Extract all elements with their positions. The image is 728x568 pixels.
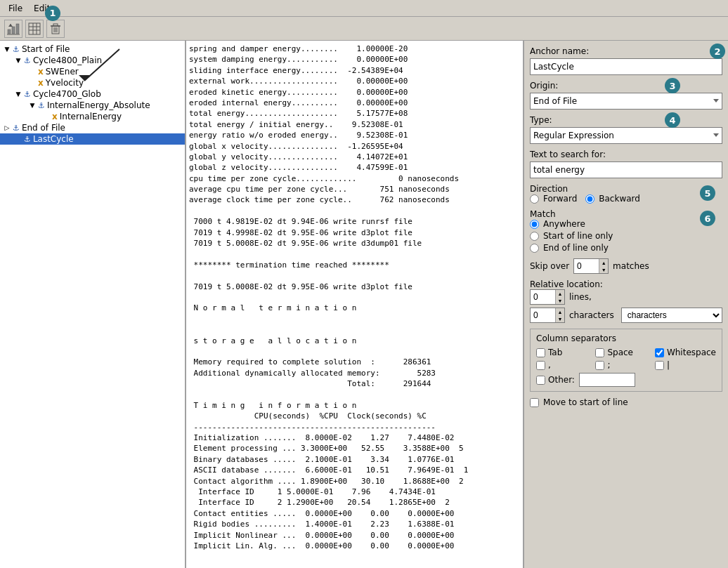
col-other-checkbox[interactable] [536, 376, 545, 385]
tree-label: Cycle4700_Glob [33, 89, 101, 99]
tree-item-yvelocity[interactable]: ▷ x Yvelocity [0, 77, 185, 88]
tree-label: SWEner [46, 67, 79, 77]
relative-label: Relative location: [530, 279, 603, 289]
relative-chars-label: characters [569, 310, 614, 320]
relative-chars-down-btn[interactable]: ▼ [555, 315, 564, 322]
match-anywhere-label[interactable]: Anywhere [530, 219, 722, 229]
table-button[interactable] [25, 20, 44, 38]
tree-label: Yvelocity [46, 78, 84, 88]
chart-button[interactable] [4, 20, 22, 38]
relative-lines-wrap: ▲ ▼ [530, 289, 565, 305]
anchor-icon: ⚓ [13, 124, 20, 133]
direction-forward-radio[interactable] [530, 194, 539, 204]
badge-2: 2 [710, 44, 725, 59]
anchor-name-input[interactable] [530, 58, 722, 75]
tree-item-end-of-file[interactable]: ▷ ⚓ End of File [0, 122, 185, 133]
col-pipe-text: | [667, 360, 670, 370]
move-start-text: Move to start of line [543, 397, 628, 407]
col-tab-label[interactable]: Tab [536, 348, 590, 357]
anchor-name-label: Anchor name: [530, 46, 722, 56]
match-anywhere-radio[interactable] [530, 220, 539, 229]
match-label: Match [530, 209, 556, 219]
direction-backward-radio[interactable] [585, 194, 594, 204]
relative-lines-spinners: ▲ ▼ [555, 290, 564, 304]
col-semicolon-checkbox[interactable] [595, 361, 604, 370]
tree-item-last-cycle[interactable]: ▷ ⚓ LastCycle [0, 133, 185, 145]
col-space-checkbox[interactable] [595, 348, 604, 357]
direction-group: Direction Forward Backward [530, 184, 722, 204]
origin-label: Origin: [530, 81, 722, 91]
badge-6: 6 [700, 211, 715, 226]
skip-spinners: ▲ ▼ [599, 259, 608, 273]
col-tab-text: Tab [548, 348, 562, 357]
var-icon: x [38, 78, 44, 88]
tree-toggle[interactable]: ▼ [3, 45, 11, 53]
direction-forward-label[interactable]: Forward [530, 194, 577, 204]
col-comma-checkbox[interactable] [536, 361, 545, 370]
match-end-label[interactable]: End of line only [530, 243, 722, 253]
content-area[interactable]: spring and damper energy........ 1.00000… [186, 41, 524, 568]
relative-chars-up-btn[interactable]: ▲ [555, 308, 564, 315]
tree-toggle[interactable]: ▷ [3, 124, 11, 132]
relative-lines-up-btn[interactable]: ▲ [555, 290, 564, 297]
type-select[interactable]: Regular ExpressionLiteral StringWildcard [530, 127, 722, 144]
menu-file[interactable]: File [3, 2, 28, 15]
direction-backward-label[interactable]: Backward [585, 194, 640, 204]
tree-item-cycle4800[interactable]: ▼ ⚓ Cycle4800_Plain [0, 55, 185, 66]
col-other-input[interactable] [579, 373, 635, 387]
col-tab-checkbox[interactable] [536, 348, 545, 357]
tree-item-swener[interactable]: ▷ x SWEner [0, 66, 185, 77]
file-tree: ▼ ⚓ Start of File ▼ ⚓ Cycle4800_Plain ▷ … [0, 41, 186, 568]
relative-chars-wrap: ▲ ▼ [530, 308, 565, 323]
tree-label: InternalEnergy_Absolute [47, 100, 150, 110]
skip-up-btn[interactable]: ▲ [599, 259, 608, 266]
move-start-checkbox[interactable] [530, 398, 539, 407]
match-end-text: End of line only [543, 243, 609, 253]
col-other-label[interactable]: Other: [536, 375, 575, 385]
skip-down-btn[interactable]: ▼ [599, 266, 608, 273]
tree-item-internal-energy-var[interactable]: ▷ x InternalEnergy [0, 111, 185, 122]
tree-item-start-of-file[interactable]: ▼ ⚓ Start of File [0, 44, 185, 55]
match-end-radio[interactable] [530, 244, 539, 253]
delete-button[interactable] [46, 20, 65, 38]
match-start-radio[interactable] [530, 232, 539, 241]
relative-lines-row: ▲ ▼ lines, [530, 289, 722, 305]
col-whitespace-label[interactable]: Whitespace [655, 348, 716, 357]
relative-section: Relative location: ▲ ▼ lines, ▲ ▼ [530, 279, 722, 323]
relative-chars-select[interactable]: characters [621, 308, 722, 323]
tree-toggle[interactable]: ▼ [14, 90, 22, 98]
table-icon [28, 22, 41, 35]
direction-row: Forward Backward [530, 194, 722, 204]
col-pipe-label[interactable]: | [655, 360, 716, 370]
toolbar [0, 17, 728, 41]
tree-toggle[interactable]: ▼ [14, 56, 22, 65]
tree-toggle[interactable]: ▼ [28, 101, 37, 110]
tree-item-cycle4700[interactable]: ▼ ⚓ Cycle4700_Glob [0, 88, 185, 100]
search-input[interactable] [530, 161, 722, 178]
trash-icon [49, 22, 62, 35]
col-pipe-checkbox[interactable] [655, 361, 664, 370]
match-start-label[interactable]: Start of line only [530, 231, 722, 241]
match-options: Anywhere Start of line only End of line … [530, 219, 722, 253]
move-row: Move to start of line [530, 397, 722, 407]
relative-lines-down-btn[interactable]: ▼ [555, 297, 564, 304]
col-space-text: Space [607, 348, 633, 357]
badge-3: 3 [665, 78, 680, 93]
relative-chars-row: ▲ ▼ characters characters [530, 308, 722, 323]
move-start-label[interactable]: Move to start of line [530, 397, 628, 407]
tree-label: Start of File [22, 44, 70, 54]
col-space-label[interactable]: Space [595, 348, 649, 357]
relative-lines-label: lines, [569, 292, 592, 302]
col-sep-section: Column separators Tab Space Whitespace , [530, 329, 722, 392]
relative-chars-spinners: ▲ ▼ [555, 308, 564, 322]
anchor-icon: ⚓ [24, 56, 31, 65]
origin-group: Origin: Start of FileEnd of FileCurrent … [530, 81, 722, 110]
col-whitespace-checkbox[interactable] [655, 348, 664, 357]
col-semicolon-label[interactable]: ; [595, 360, 649, 370]
origin-select[interactable]: Start of FileEnd of FileCurrent Location [530, 93, 722, 110]
tree-item-internal-energy[interactable]: ▼ ⚓ InternalEnergy_Absolute [0, 100, 185, 111]
col-comma-label[interactable]: , [536, 360, 590, 370]
svg-rect-2 [16, 24, 19, 34]
badge-4: 4 [665, 112, 680, 128]
anchor-icon: ⚓ [24, 135, 31, 144]
